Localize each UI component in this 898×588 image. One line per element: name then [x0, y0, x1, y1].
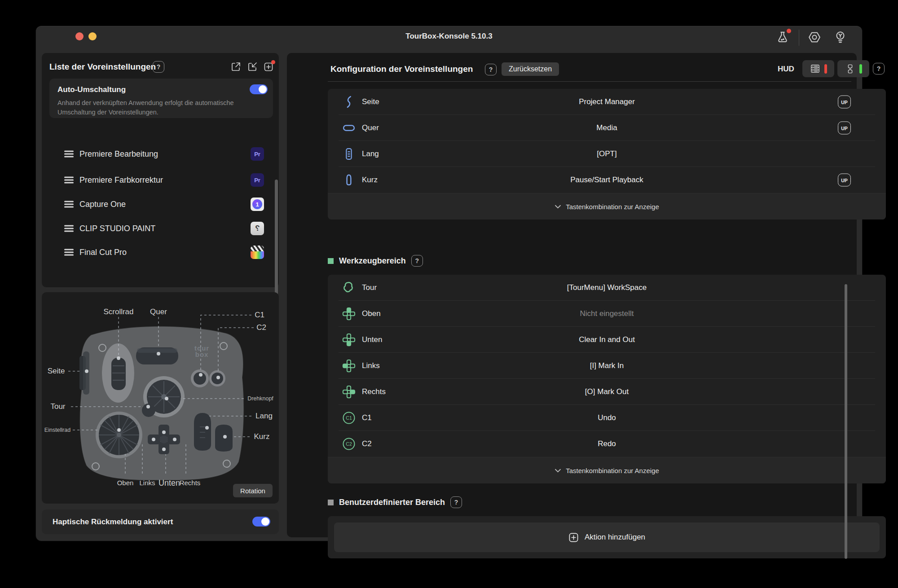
plus-box-icon	[568, 532, 579, 543]
preset-list-help-icon[interactable]: ?	[153, 61, 164, 73]
device-label-quer: Quer	[150, 307, 167, 316]
settings-gear-icon[interactable]	[808, 31, 821, 44]
config-row-oben[interactable]: Oben Nicht eingestellt	[328, 301, 886, 327]
device-label-oben: Oben	[117, 479, 134, 487]
add-action-button[interactable]: Aktion hinzufügen	[334, 522, 880, 552]
preset-list-panel: Liste der Voreinstellungen ? Auto-Umscha…	[42, 53, 279, 287]
show-shortcuts-toggle[interactable]: Tastenkombination zur Anzeige	[328, 457, 886, 483]
add-action-label: Aktion hinzufügen	[585, 533, 645, 542]
config-help-icon[interactable]: ?	[485, 64, 497, 75]
preset-label: Premiere Farbkorrektur	[79, 176, 163, 185]
preset-row[interactable]: Premiere Bearbeitung Pr	[49, 142, 271, 166]
import-preset-icon[interactable]	[247, 61, 258, 72]
preset-label: CLIP STUDIO PAINT	[79, 224, 155, 233]
screen: TourBox-Konsole 5.10.3 Liste der Voreins…	[0, 0, 898, 588]
button-config-table: Seite Project Manager UP Quer Media UP	[328, 89, 886, 219]
device-preview-panel: tourbox Scrollrad Quer C1 C2 Seite Tour …	[42, 292, 279, 504]
tourbox-device-logo: tourbox	[194, 345, 209, 358]
preset-list-viewport: Premiere Bearbeitung Pr Premiere Farbkor…	[42, 121, 275, 287]
tool-section-help-icon[interactable]: ?	[411, 255, 423, 267]
preset-label: Final Cut Pro	[79, 248, 127, 257]
premiere-logo: Pr	[251, 173, 264, 187]
haptic-feedback-toggle[interactable]	[252, 517, 270, 527]
add-preset-icon[interactable]	[263, 61, 274, 72]
config-panel: Konfiguration der Voreinstellungen ? Zur…	[287, 53, 857, 537]
capture-one-logo: 1	[251, 197, 264, 211]
preset-row[interactable]: CLIP STUDIO PAINT ?	[49, 216, 271, 241]
config-row-rechts[interactable]: Rechts [O] Mark Out	[328, 379, 886, 405]
custom-section-header: Benutzerdefinierter Bereich ?	[328, 496, 462, 508]
config-row-unten[interactable]: Unten Clear In and Out	[328, 327, 886, 353]
chevron-down-icon	[555, 204, 561, 209]
preset-row[interactable]: Capture One 1	[49, 192, 271, 216]
gray-section-bullet	[328, 500, 334, 505]
config-row-kurz[interactable]: Kurz Pause/Start Playback UP	[328, 167, 886, 193]
window-title: TourBox-Konsole 5.10.3	[36, 32, 862, 41]
export-preset-icon[interactable]	[230, 61, 241, 72]
preset-row[interactable]: Final Cut Pro	[49, 240, 271, 264]
green-section-bullet	[328, 258, 334, 264]
config-row-seite[interactable]: Seite Project Manager UP	[328, 89, 886, 115]
up-badge: UP	[838, 96, 851, 109]
red-indicator	[824, 64, 827, 74]
device-label-einstellrad: Einstellrad	[44, 427, 70, 433]
clip-studio-logo: ?	[251, 222, 264, 235]
device-label-kurz: Kurz	[254, 432, 270, 441]
list-panel-icon	[810, 64, 820, 74]
config-row-c1[interactable]: C1 C1 Undo	[328, 405, 886, 431]
config-scrollbar[interactable]	[845, 284, 847, 559]
dpad-icon	[845, 64, 855, 74]
tool-config-table: Tour [TourMenu] WorkSpace Oben Nicht ein…	[328, 275, 886, 483]
hud-label: HUD	[778, 65, 794, 74]
custom-action-container: Aktion hinzufügen	[328, 516, 886, 558]
preset-list-title: Liste der Voreinstellungen	[49, 62, 156, 72]
tips-bulb-icon[interactable]	[833, 30, 847, 44]
final-cut-logo	[251, 246, 264, 259]
custom-section-title: Benutzerdefinierter Bereich	[339, 498, 445, 507]
drag-handle-icon[interactable]	[64, 249, 74, 256]
preset-label: Premiere Bearbeitung	[79, 149, 158, 159]
config-row-links[interactable]: Links [I] Mark In	[328, 353, 886, 379]
device-label-c2: C2	[256, 323, 266, 332]
config-title: Konfiguration der Voreinstellungen	[330, 64, 473, 74]
device-label-lang: Lang	[255, 412, 273, 421]
drag-handle-icon[interactable]	[64, 225, 74, 232]
device-label-rechts: Rechts	[180, 479, 201, 487]
config-row-lang[interactable]: Lang [OPT]	[328, 141, 886, 167]
hud-list-toggle-button[interactable]	[802, 60, 834, 77]
device-label-links: Links	[139, 479, 155, 487]
drag-handle-icon[interactable]	[64, 201, 74, 208]
auto-switch-title: Auto-Umschaltung	[57, 85, 126, 94]
app-window: TourBox-Konsole 5.10.3 Liste der Voreins…	[36, 26, 862, 541]
show-shortcuts-toggle[interactable]: Tastenkombination zur Anzeige	[328, 193, 886, 219]
preset-row[interactable]: Premiere Farbkorrektur Pr	[49, 168, 271, 192]
reset-button[interactable]: Zurücksetzen	[502, 62, 559, 76]
hud-help-icon[interactable]: ?	[873, 63, 885, 75]
device-label-scrollrad: Scrollrad	[103, 307, 133, 316]
up-badge: UP	[838, 122, 851, 135]
haptic-feedback-label: Haptische Rückmeldung aktiviert	[53, 518, 173, 527]
custom-section-help-icon[interactable]: ?	[450, 496, 462, 508]
hud-dpad-toggle-button[interactable]	[837, 60, 869, 77]
lab-flask-icon[interactable]	[776, 31, 789, 44]
rotation-button[interactable]: Rotation	[233, 484, 273, 497]
device-label-tour: Tour	[50, 402, 65, 411]
preset-label: Capture One	[79, 200, 126, 209]
auto-switch-toggle[interactable]	[250, 84, 268, 94]
drag-handle-icon[interactable]	[64, 151, 74, 158]
up-badge: UP	[838, 174, 851, 187]
config-row-c2[interactable]: C2 C2 Redo	[328, 431, 886, 457]
device-label-unten: Unten	[158, 478, 180, 488]
auto-switch-description: Anhand der verknüpften Anwendung erfolgt…	[57, 98, 262, 117]
drag-handle-icon[interactable]	[64, 177, 74, 184]
config-row-tour[interactable]: Tour [TourMenu] WorkSpace	[328, 275, 886, 301]
green-indicator	[859, 64, 862, 74]
device-label-drehknopf: Drehknopf	[247, 395, 273, 402]
chevron-down-icon	[555, 468, 561, 473]
header-divider	[328, 81, 851, 82]
notification-dot	[787, 29, 791, 33]
config-row-quer[interactable]: Quer Media UP	[328, 115, 886, 141]
titlebar-divider	[799, 30, 799, 46]
premiere-logo: Pr	[251, 147, 264, 161]
tourbox-device-image	[42, 292, 279, 504]
